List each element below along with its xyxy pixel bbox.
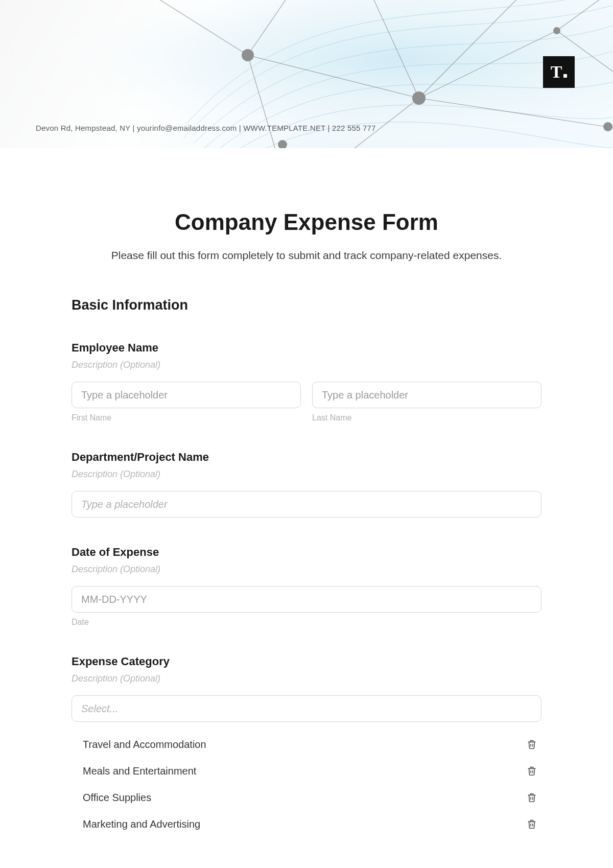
field-label: Date of Expense <box>72 546 541 559</box>
department-input[interactable] <box>72 491 541 518</box>
field-description: Description (Optional) <box>72 360 541 370</box>
category-option[interactable]: Office Supplies <box>72 784 541 811</box>
trash-icon[interactable] <box>526 765 537 777</box>
trash-icon[interactable] <box>526 818 537 830</box>
field-description: Description (Optional) <box>72 673 541 684</box>
page-subtitle: Please fill out this form completely to … <box>0 249 613 262</box>
header-banner: T Devon Rd, Hempstead, NY | yourinfo@ema… <box>0 0 613 148</box>
first-name-input[interactable] <box>72 382 301 408</box>
last-name-sublabel: Last Name <box>312 413 541 423</box>
category-options-list: Travel and Accommodation Meals and Enter… <box>72 731 541 837</box>
field-expense-category: Expense Category Description (Optional) … <box>72 655 541 837</box>
svg-point-13 <box>412 91 426 105</box>
brand-logo: T <box>543 56 575 88</box>
date-sublabel: Date <box>72 618 541 627</box>
field-description: Description (Optional) <box>72 564 541 575</box>
category-option-label: Meals and Entertainment <box>83 765 196 777</box>
field-date-of-expense: Date of Expense Description (Optional) D… <box>72 546 541 627</box>
field-label: Employee Name <box>72 341 541 355</box>
svg-point-15 <box>553 27 560 34</box>
category-select[interactable] <box>72 695 541 722</box>
page-title: Company Expense Form <box>0 209 613 235</box>
last-name-input[interactable] <box>312 382 541 408</box>
category-option-label: Office Supplies <box>83 792 151 804</box>
brand-logo-text: T <box>551 62 562 82</box>
field-employee-name: Employee Name Description (Optional) Fir… <box>72 341 541 423</box>
field-label: Department/Project Name <box>72 451 541 464</box>
date-input[interactable] <box>72 586 541 613</box>
svg-point-16 <box>603 122 612 131</box>
category-option[interactable]: Meals and Entertainment <box>72 758 541 784</box>
category-option-label: Travel and Accommodation <box>83 739 206 750</box>
field-label: Expense Category <box>72 655 541 668</box>
first-name-sublabel: First Name <box>72 413 301 423</box>
trash-icon[interactable] <box>526 791 537 804</box>
header-contact-line: Devon Rd, Hempstead, NY | yourinfo@email… <box>36 124 376 132</box>
field-description: Description (Optional) <box>72 469 541 480</box>
section-basic-information: Basic Information <box>72 297 541 313</box>
category-option-label: Marketing and Advertising <box>83 818 200 830</box>
category-option[interactable]: Marketing and Advertising <box>72 811 541 837</box>
trash-icon[interactable] <box>526 738 537 750</box>
category-option[interactable]: Travel and Accommodation <box>72 731 541 758</box>
field-department: Department/Project Name Description (Opt… <box>72 451 541 518</box>
svg-point-12 <box>242 49 254 61</box>
